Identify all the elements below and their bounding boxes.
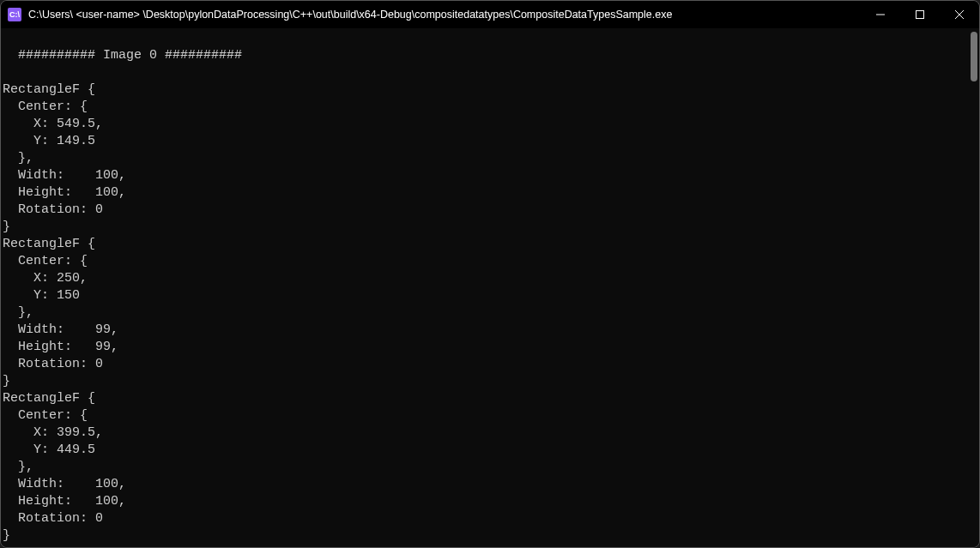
terminal-output[interactable]: ########## Image 0 ########## RectangleF… (1, 28, 979, 547)
close-button[interactable] (940, 1, 979, 28)
window-controls (861, 1, 979, 28)
window-title: C:\Users\ <user-name> \Desktop\pylonData… (28, 9, 861, 21)
terminal-text: ########## Image 0 ########## RectangleF… (3, 48, 242, 543)
scrollbar-thumb[interactable] (971, 32, 977, 81)
maximize-button[interactable] (900, 1, 940, 28)
minimize-button[interactable] (861, 1, 900, 28)
minimize-icon (876, 10, 885, 19)
svg-rect-1 (916, 11, 924, 19)
maximize-icon (916, 10, 924, 19)
app-icon: C:\ (8, 8, 21, 21)
window-titlebar: C:\ C:\Users\ <user-name> \Desktop\pylon… (1, 1, 979, 28)
close-icon (955, 10, 964, 19)
